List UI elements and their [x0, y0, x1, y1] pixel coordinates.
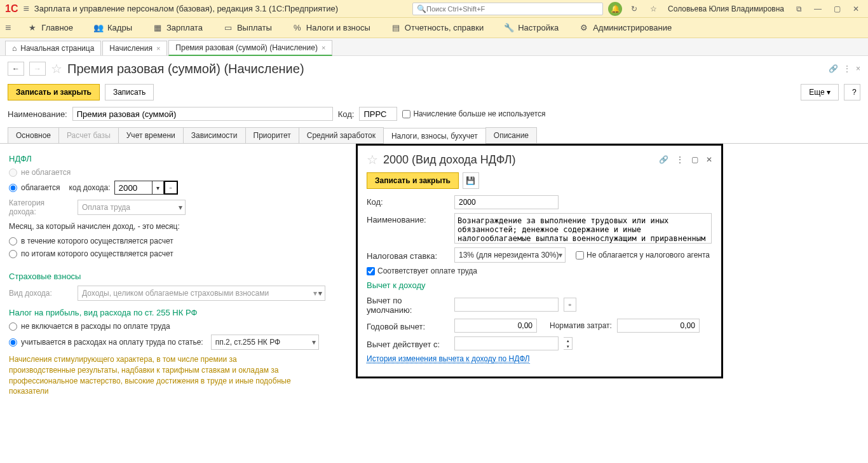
gear-icon: ⚙: [579, 23, 589, 33]
history-link[interactable]: История изменения вычета к доходу по НДФ…: [367, 354, 530, 364]
link-icon[interactable]: 🔗: [829, 64, 838, 73]
default-ded-input[interactable]: [454, 298, 559, 312]
popup-rate-select[interactable]: 13% (для нерезидента 30%): [454, 247, 566, 263]
more-icon[interactable]: ⋮: [843, 64, 851, 73]
menu-admin[interactable]: ⚙Администрирование: [575, 20, 675, 36]
radio-excluded[interactable]: [9, 322, 17, 331]
radio-taxed[interactable]: [9, 184, 17, 192]
radio-during[interactable]: [9, 237, 17, 245]
menu-salary[interactable]: ▦Зарплата: [149, 20, 207, 36]
doc-icon: ▤: [391, 23, 401, 33]
income-code-input[interactable]: [114, 181, 153, 195]
help-button[interactable]: ?: [844, 84, 860, 100]
page-title: Премия разовая (суммой) (Начисление): [67, 62, 304, 76]
bell-icon[interactable]: 🔔: [608, 2, 622, 16]
subtab-base[interactable]: Расчет базы: [58, 127, 119, 143]
popup-link-icon[interactable]: 🔗: [659, 155, 668, 164]
category-label: Категория дохода:: [9, 198, 72, 216]
popup-star-icon[interactable]: ☆: [367, 152, 378, 167]
effective-input[interactable]: [454, 336, 559, 350]
subtab-time[interactable]: Учет времени: [118, 127, 184, 143]
back-button[interactable]: ←: [8, 62, 24, 76]
code-label: Код:: [338, 109, 355, 119]
popup-rate-label: Налоговая ставка:: [367, 249, 449, 261]
close-icon[interactable]: ×: [322, 44, 325, 52]
popup-more-icon[interactable]: ⋮: [676, 155, 684, 164]
search-box[interactable]: 🔍: [412, 3, 603, 15]
forward-button[interactable]: →: [29, 62, 46, 76]
close-page-icon[interactable]: ×: [856, 64, 860, 73]
popup-title: 2000 (Вид дохода НДФЛ): [383, 153, 516, 167]
norm-label: Норматив затрат:: [550, 321, 612, 330]
popup-code-input[interactable]: [454, 195, 559, 209]
income-code-label: код дохода:: [69, 183, 111, 192]
corresponds-checkbox[interactable]: Соответствует оплате труда: [367, 266, 477, 275]
annual-ded-input[interactable]: [454, 319, 537, 333]
more-button[interactable]: Еще ▾: [801, 84, 839, 100]
subtab-main[interactable]: Основное: [8, 127, 59, 143]
popup-save-icon[interactable]: 💾: [463, 172, 479, 189]
app-title: Зарплата и управление персоналом (базова…: [34, 4, 338, 13]
deduction-title: Вычет к доходу: [367, 280, 712, 290]
people-icon: 👥: [93, 23, 104, 33]
popup-name-label: Наименование:: [367, 213, 449, 225]
minimize-icon[interactable]: —: [811, 2, 825, 16]
popup-name-textarea[interactable]: Вознаграждение за выполнение трудовых ил…: [454, 213, 712, 244]
sections-icon[interactable]: ≡: [5, 22, 11, 34]
search-icon: 🔍: [417, 4, 426, 13]
subtab-deps[interactable]: Зависимости: [183, 127, 246, 143]
dropdown-icon[interactable]: ▾: [153, 181, 164, 195]
menu-main[interactable]: ★Главное: [24, 20, 77, 36]
subtab-priority[interactable]: Приоритет: [245, 127, 299, 143]
filter-icon[interactable]: ⧉: [792, 2, 806, 16]
home-icon: ⌂: [12, 44, 17, 53]
subtab-avg[interactable]: Средний заработок: [299, 127, 384, 143]
chevron-down-icon[interactable]: ▾: [564, 343, 572, 349]
maximize-icon[interactable]: ▢: [830, 2, 844, 16]
tab-start[interactable]: ⌂Начальная страница: [5, 41, 101, 55]
category-select[interactable]: Оплата труда: [78, 200, 186, 215]
insurance-title: Страховые взносы: [9, 272, 346, 281]
spinner[interactable]: ▴▾: [564, 337, 573, 350]
menu-payments[interactable]: ▭Выплаты: [219, 20, 276, 36]
popup-maximize-icon[interactable]: ▢: [691, 155, 698, 164]
save-button[interactable]: Записать: [105, 84, 154, 100]
open-ded-icon[interactable]: ▫: [564, 298, 576, 312]
menu-icon[interactable]: ≡: [23, 3, 29, 15]
popup-close-icon[interactable]: ✕: [706, 155, 712, 164]
income-type-select[interactable]: Доходы, целиком облагаемые страховыми вз…: [78, 286, 325, 301]
name-input[interactable]: [72, 107, 333, 121]
not-taxed-agent-checkbox[interactable]: Не облагается у налогового агента: [576, 251, 710, 259]
radio-after[interactable]: [9, 250, 17, 258]
default-ded-label: Вычет по умолчанию:: [367, 294, 449, 315]
code-input[interactable]: [359, 107, 397, 121]
history-icon[interactable]: ↻: [627, 2, 641, 16]
open-lookup-icon[interactable]: ▫: [164, 181, 178, 195]
popup-save-close-button[interactable]: Записать и закрыть: [367, 172, 459, 189]
save-close-button[interactable]: Записать и закрыть: [8, 84, 100, 100]
chevron-up-icon[interactable]: ▴: [564, 338, 572, 343]
favorite-icon[interactable]: ☆: [51, 61, 62, 76]
subtab-taxes[interactable]: Налоги, взносы, бухучет: [383, 128, 486, 144]
search-input[interactable]: [426, 5, 599, 13]
tab-current[interactable]: Премия разовая (суммой) (Начисление)×: [168, 40, 332, 56]
norm-input[interactable]: [617, 319, 700, 333]
menu-taxes[interactable]: %Налоги и взносы: [288, 20, 374, 36]
popup-window: ☆ 2000 (Вид дохода НДФЛ) 🔗 ⋮ ▢ ✕ Записат…: [356, 144, 723, 378]
close-app-icon[interactable]: ✕: [849, 2, 863, 16]
star-filled-icon: ★: [27, 23, 37, 33]
star-icon[interactable]: ☆: [646, 2, 660, 16]
radio-included[interactable]: [9, 338, 17, 347]
tab-charges[interactable]: Начисления×: [102, 41, 167, 55]
subtab-desc[interactable]: Описание: [485, 127, 537, 143]
not-used-checkbox[interactable]: Начисление больше не используется: [402, 109, 545, 118]
profit-note: Начисления стимулирующего характера, в т…: [9, 352, 301, 399]
article-select[interactable]: пп.2, ст.255 НК РФ: [211, 335, 319, 350]
menu-reports[interactable]: ▤Отчетность, справки: [387, 20, 487, 36]
menu-settings[interactable]: 🔧Настройка: [500, 20, 562, 36]
income-type-label: Вид дохода:: [9, 289, 72, 298]
menu-hr[interactable]: 👥Кадры: [90, 20, 136, 36]
close-icon[interactable]: ×: [156, 45, 160, 52]
annual-ded-label: Годовой вычет:: [367, 320, 449, 331]
popup-code-label: Код:: [367, 195, 449, 207]
